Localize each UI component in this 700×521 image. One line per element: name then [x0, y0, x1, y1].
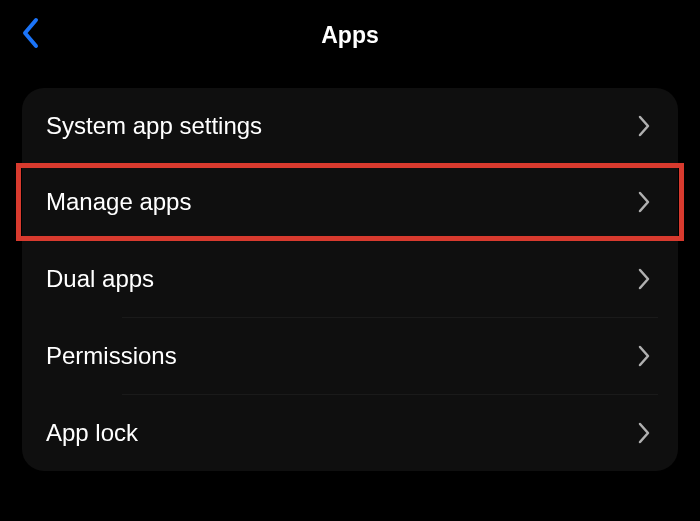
list-item-label: Dual apps	[46, 265, 154, 293]
page-title: Apps	[321, 22, 379, 49]
list-item-app-lock[interactable]: App lock	[22, 395, 678, 471]
list-item-label: App lock	[46, 419, 138, 447]
chevron-right-icon	[638, 422, 650, 444]
chevron-right-icon	[638, 115, 650, 137]
settings-list: System app settings Manage apps Dual app…	[22, 88, 678, 471]
chevron-right-icon	[638, 345, 650, 367]
chevron-right-icon	[638, 268, 650, 290]
list-item-permissions[interactable]: Permissions	[22, 318, 678, 394]
list-item-label: Manage apps	[46, 188, 191, 216]
list-item-system-app-settings[interactable]: System app settings	[22, 88, 678, 164]
list-item-dual-apps[interactable]: Dual apps	[22, 241, 678, 317]
back-icon	[20, 16, 42, 54]
list-item-label: Permissions	[46, 342, 177, 370]
back-button[interactable]	[20, 16, 42, 54]
list-item-label: System app settings	[46, 112, 262, 140]
header: Apps	[0, 0, 700, 70]
chevron-right-icon	[638, 191, 650, 213]
list-item-manage-apps[interactable]: Manage apps	[22, 164, 678, 240]
